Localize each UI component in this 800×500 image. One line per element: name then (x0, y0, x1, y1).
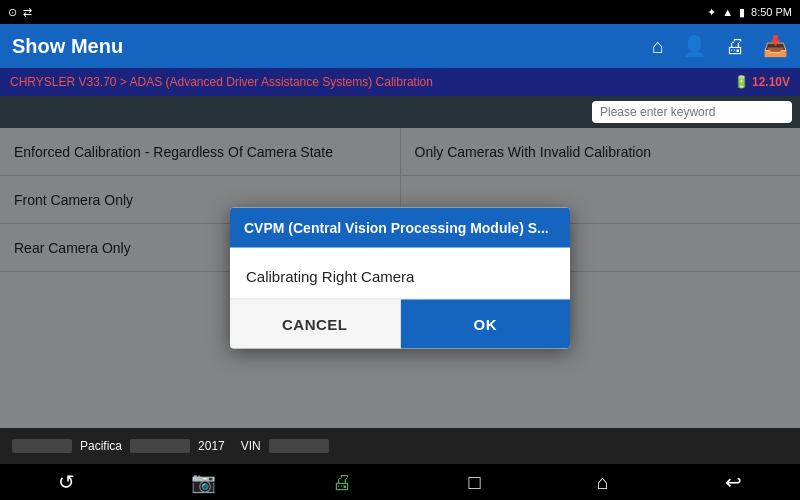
dialog-body: Calibrating Right Camera (230, 248, 570, 299)
print-icon[interactable]: 🖨 (725, 35, 745, 58)
battery-icon: ▮ (739, 6, 745, 19)
signal-icon: ▲ (722, 6, 733, 18)
status-bar-left: ⊙ ⇄ (8, 6, 32, 19)
status-icon-2: ⇄ (23, 6, 32, 19)
nav-home-icon[interactable]: ⌂ (597, 471, 609, 494)
bluetooth-icon: ✦ (707, 6, 716, 19)
nav-square-icon[interactable]: □ (468, 471, 480, 494)
ok-button[interactable]: OK (401, 300, 571, 349)
breadcrumb-text: CHRYSLER V33.70 > ADAS (Advanced Driver … (10, 75, 433, 89)
nav-back-icon[interactable]: ↩ (725, 470, 742, 494)
cancel-button[interactable]: CANCEL (230, 300, 401, 349)
dialog-message: Calibrating Right Camera (246, 268, 414, 285)
vin-value-redacted (269, 439, 329, 453)
info-bar: Pacifica 2017 VIN (0, 428, 800, 464)
breadcrumb: CHRYSLER V33.70 > ADAS (Advanced Driver … (0, 68, 800, 96)
voltage-display: 🔋 12.10V (734, 75, 790, 89)
time-display: 8:50 PM (751, 6, 792, 18)
nav-print-icon[interactable]: 🖨 (332, 471, 352, 494)
dialog: CVPM (Central Vision Processing Module) … (230, 208, 570, 349)
download-icon[interactable]: 📥 (763, 34, 788, 58)
person-icon[interactable]: 👤 (682, 34, 707, 58)
main-content: Enforced Calibration - Regardless Of Cam… (0, 128, 800, 428)
vin-redacted-2 (130, 439, 190, 453)
home-icon[interactable]: ⌂ (652, 35, 664, 58)
status-bar-right: ✦ ▲ ▮ 8:50 PM (707, 6, 792, 19)
vin-redacted-1 (12, 439, 72, 453)
dialog-title: CVPM (Central Vision Processing Module) … (230, 208, 570, 248)
battery-small-icon: 🔋 (734, 75, 749, 89)
nav-camera-icon[interactable]: 📷 (191, 470, 216, 494)
dialog-buttons: CANCEL OK (230, 299, 570, 349)
header-icons: ⌂ 👤 🖨 📥 (652, 34, 788, 58)
app-title: Show Menu (12, 35, 123, 58)
vehicle-model: Pacifica (80, 439, 122, 453)
vin-label: VIN (241, 439, 261, 453)
search-bar (0, 96, 800, 128)
app-header: Show Menu ⌂ 👤 🖨 📥 (0, 24, 800, 68)
vehicle-year: 2017 (198, 439, 225, 453)
nav-refresh-icon[interactable]: ↺ (58, 470, 75, 494)
bottom-nav: ↺ 📷 🖨 □ ⌂ ↩ (0, 464, 800, 500)
search-input[interactable] (592, 101, 792, 123)
status-icon-1: ⊙ (8, 6, 17, 19)
status-bar: ⊙ ⇄ ✦ ▲ ▮ 8:50 PM (0, 0, 800, 24)
